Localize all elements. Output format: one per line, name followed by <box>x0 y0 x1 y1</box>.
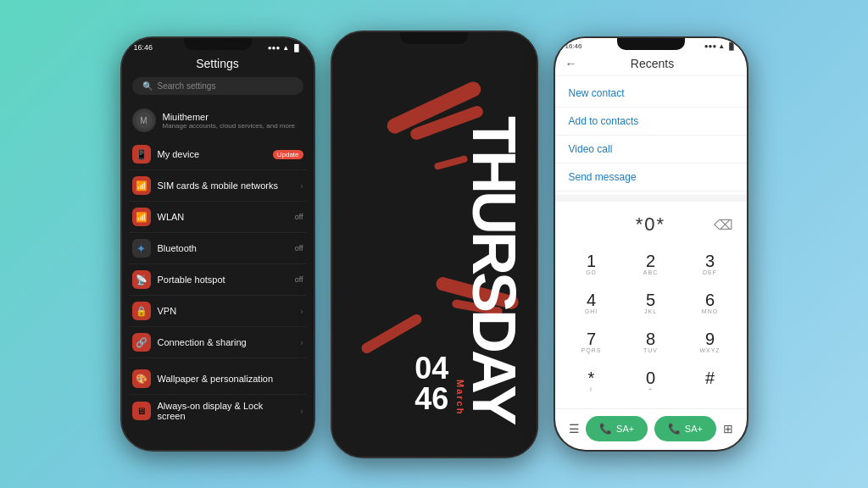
signal-icon-d: ●●● <box>704 42 717 50</box>
menu-icon[interactable]: ☰ <box>569 422 580 435</box>
dial-key-star[interactable]: * I <box>562 363 621 402</box>
miuithemer-subtitle: Manage accounts, cloud services, and mor… <box>163 122 296 130</box>
dialer-status-icons: ●●● ▲ ▐▌ <box>704 42 737 50</box>
key-0-letters: + <box>648 386 653 395</box>
key-1-letters: GD <box>586 269 597 278</box>
settings-item-vpn[interactable]: 🔒 VPN › <box>129 296 307 327</box>
settings-item-wallpaper[interactable]: 🎨 Wallpaper & personalization <box>129 363 307 395</box>
key-7-letters: PQRS <box>581 347 602 356</box>
settings-item-alwayson[interactable]: 🖥 Always-on display & Lock screen › <box>129 395 307 427</box>
wlan-status: off <box>295 213 303 221</box>
settings-item-sim[interactable]: 📶 SIM cards & mobile networks › <box>129 170 307 202</box>
call-icon-2: 📞 <box>668 423 681 435</box>
miuithemer-section[interactable]: M Miuithemer Manage accounts, cloud serv… <box>122 103 314 137</box>
settings-item-mydevice[interactable]: 📱 My device Update <box>129 139 307 170</box>
lock-digits-block: 04 46 <box>415 116 448 422</box>
dial-key-9[interactable]: 9 WXYZ <box>681 324 740 363</box>
recent-new-contact[interactable]: New contact <box>555 80 747 108</box>
vpn-text: VPN <box>158 306 294 316</box>
miuithemer-name: Miuithemer <box>163 112 296 122</box>
wifi-icon-d: ▲ <box>718 42 725 50</box>
call-label-1: SA+ <box>616 424 634 434</box>
key-6-letters: MNO <box>702 308 718 317</box>
hotspot-status: off <box>295 275 303 284</box>
sim-arrow: › <box>300 181 303 191</box>
key-3-letters: DEF <box>703 269 717 278</box>
hotspot-text: Portable hotspot <box>158 274 288 285</box>
lock-status-bar <box>332 32 537 39</box>
dial-number: *0* <box>636 214 665 236</box>
dial-key-4[interactable]: 4 GHI <box>562 285 621 324</box>
key-5-num: 5 <box>646 291 655 308</box>
vpn-arrow: › <box>300 307 303 316</box>
dialer-time: 16:46 <box>565 42 582 50</box>
settings-screen: 16:46 ●●● ▲ ▐▌ Settings 🔍 Search setting… <box>122 38 314 450</box>
dial-key-hash[interactable]: # <box>681 363 740 402</box>
alwayson-title: Always-on display & Lock screen <box>158 401 294 421</box>
call-button-2[interactable]: 📞 SA+ <box>654 416 716 441</box>
dial-key-7[interactable]: 7 PQRS <box>562 324 621 363</box>
key-9-letters: WXYZ <box>699 347 720 356</box>
settings-item-connection[interactable]: 🔗 Connection & sharing › <box>129 327 307 358</box>
connection-text: Connection & sharing <box>158 337 294 347</box>
lock-time-container: 04 46 March THURSDAY <box>332 116 537 422</box>
call-icon-1: 📞 <box>599 423 612 435</box>
back-button[interactable]: ← <box>565 57 577 70</box>
wlan-title: WLAN <box>158 212 288 222</box>
lock-screen: 04 46 March THURSDAY <box>332 32 537 457</box>
dialer-status-bar: 16:46 ●●● ▲ ▐▌ <box>555 38 747 52</box>
settings-item-hotspot[interactable]: 📡 Portable hotspot off <box>129 264 307 296</box>
dial-key-6[interactable]: 6 MNO <box>681 285 740 324</box>
battery-icon: ▐▌ <box>292 44 301 52</box>
phone-dialer: 16:46 ●●● ▲ ▐▌ ← Recents New contact Add… <box>554 36 748 452</box>
key-6-num: 6 <box>705 291 715 308</box>
search-icon: 🔍 <box>142 81 153 91</box>
dialer-divider <box>555 195 747 202</box>
dial-key-0[interactable]: 0 + <box>621 363 681 402</box>
wallpaper-icon: 🎨 <box>132 369 151 388</box>
call-label-2: SA+ <box>685 424 703 434</box>
key-1-num: 1 <box>587 252 596 269</box>
mydevice-title: My device <box>158 149 266 159</box>
wlan-text: WLAN <box>158 212 288 222</box>
vpn-icon: 🔒 <box>132 302 151 320</box>
grid-icon[interactable]: ⊞ <box>723 422 733 435</box>
dial-key-8[interactable]: 8 TUV <box>621 324 681 363</box>
update-badge: Update <box>273 150 303 159</box>
status-icons: ●●● ▲ ▐▌ <box>268 44 302 52</box>
wallpaper-title: Wallpaper & personalization <box>158 374 303 384</box>
recent-add-contact[interactable]: Add to contacts <box>555 108 747 136</box>
connection-title: Connection & sharing <box>158 337 294 347</box>
key-5-letters: JKL <box>644 308 657 317</box>
call-button-1[interactable]: 📞 SA+ <box>586 416 648 441</box>
settings-list: 📱 My device Update 📶 SIM cards & mobile … <box>122 139 314 427</box>
sim-text: SIM cards & mobile networks <box>158 180 294 191</box>
backspace-button[interactable]: ⌫ <box>714 217 733 233</box>
vpn-title: VPN <box>158 306 294 316</box>
dial-display: *0* ⌫ <box>555 202 747 242</box>
key-hash-num: # <box>705 369 715 386</box>
sim-title: SIM cards & mobile networks <box>158 180 294 191</box>
dial-key-3[interactable]: 3 DEF <box>681 246 740 285</box>
key-8-letters: TUV <box>643 347 658 356</box>
dial-key-1[interactable]: 1 GD <box>562 246 621 285</box>
search-bar[interactable]: 🔍 Search settings <box>132 77 303 95</box>
alwayson-icon: 🖥 <box>132 402 151 420</box>
lock-day: THURSDAY <box>467 116 519 422</box>
bluetooth-status: off <box>295 244 303 252</box>
lock-hour: 04 <box>415 353 448 384</box>
key-2-num: 2 <box>646 252 655 269</box>
recent-send-message[interactable]: Send message <box>555 164 747 191</box>
bluetooth-text: Bluetooth <box>158 243 288 253</box>
mydevice-text: My device <box>158 149 266 159</box>
dial-key-5[interactable]: 5 JKL <box>621 285 681 324</box>
key-8-num: 8 <box>646 330 655 347</box>
key-star-num: * <box>588 369 595 386</box>
mydevice-icon: 📱 <box>132 145 151 164</box>
recent-video-call[interactable]: Video call <box>555 136 747 164</box>
hotspot-title: Portable hotspot <box>158 274 288 285</box>
settings-item-wlan[interactable]: 📶 WLAN off <box>129 202 307 233</box>
dial-key-2[interactable]: 2 ABC <box>621 246 681 285</box>
phone-settings: 16:46 ●●● ▲ ▐▌ Settings 🔍 Search setting… <box>120 36 315 452</box>
settings-item-bluetooth[interactable]: ✦ Bluetooth off <box>129 233 307 264</box>
